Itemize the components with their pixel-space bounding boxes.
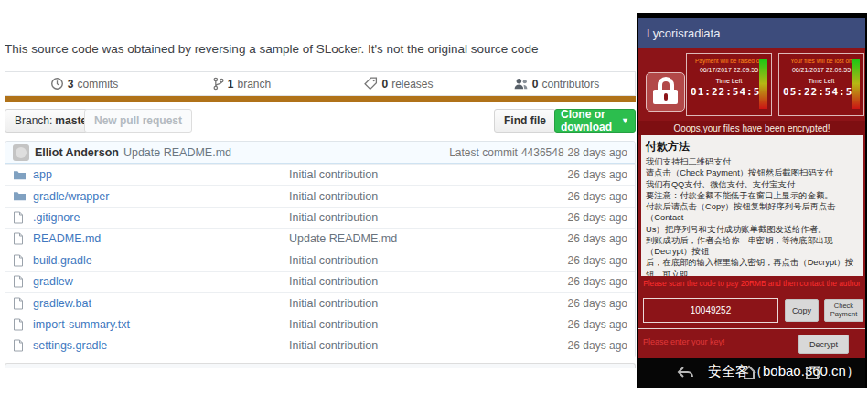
file-age: 26 days ago [518,211,627,224]
table-row: build.gradle Initial contribution 26 day… [5,250,635,271]
file-icon [13,275,33,288]
branch-icon [212,77,224,91]
payment-line: 到账成功后，作者会给你一串密钥，等待底部出现（Decrypt）按钮 [646,235,857,258]
clone-or-download-button[interactable]: Clone or download ▼ [554,109,636,133]
folder-icon [13,190,33,202]
commit-message-link[interactable]: Initial contribution [289,297,518,310]
stat-releases[interactable]: 0 releases [320,77,477,91]
commit-author[interactable]: Elliot Anderson [35,146,119,159]
key-input-field[interactable]: Please enter your key! [643,337,725,346]
commit-message-link[interactable]: Initial contribution [289,168,518,181]
file-link[interactable]: build.gradle [33,254,289,267]
file-age: 26 days ago [518,190,627,203]
ransom-note-body: 付款方法 我们支持扫二维码支付 请点击（Check Payment）按钮然后截图… [638,135,865,276]
encrypted-banner: Ooops,your files have been encrypted! [638,121,865,135]
file-icon [13,232,33,245]
folder-icon [13,169,33,181]
payment-line: 我们有QQ支付、微信支付、支付宝支付 [646,179,857,190]
files-lost-panel: Your files will be lost on 06/21/2017 22… [778,53,864,116]
file-link[interactable]: app [33,168,289,181]
stat-label: releases [391,78,433,91]
releases-icon [364,77,378,91]
commit-message-link[interactable]: Initial contribution [289,339,518,352]
new-pull-request-button[interactable]: New pull request [84,109,192,133]
repo-description: This source code was obtained by reversi… [5,42,635,56]
repo-stats-bar: 3 commits 1 branch 0 releases 0 contribu… [5,71,636,96]
table-row: settings.gradle Initial contribution 26 … [5,335,635,356]
readme-section-header [5,363,636,368]
file-link[interactable]: gradlew [33,275,289,288]
file-link[interactable]: README.md [33,232,289,245]
file-link[interactable]: gradlew.bat [33,297,289,310]
stat-commits[interactable]: 3 commits [5,77,163,91]
payment-line: Us）把序列号和支付成功账单截图发送给作者。 [646,224,857,235]
stat-label: commits [78,78,119,91]
find-file-button[interactable]: Find file [494,109,556,133]
stat-count: 3 [68,78,74,91]
commit-message-link[interactable]: Initial contribution [289,275,518,288]
file-icon [13,254,33,267]
check-payment-button[interactable]: Check Payment [824,299,863,322]
commit-message-link[interactable]: Initial contribution [289,318,518,331]
payment-line: 请点击（Check Payment）按钮然后截图扫码支付 [646,167,857,178]
stat-count: 0 [532,78,539,91]
stat-count: 0 [381,78,388,91]
file-link[interactable]: .gitignore [33,211,289,224]
file-age: 26 days ago [518,232,627,245]
file-icon [13,339,33,352]
file-age: 26 days ago [518,275,627,288]
decrypt-button[interactable]: Decrypt [798,335,849,354]
table-row: gradlew.bat Initial contribution 26 days… [5,292,635,313]
payment-line: 我们支持扫二维码支付 [646,156,857,167]
commit-message-link[interactable]: Initial contribution [289,190,518,203]
chevron-down-icon: ▼ [621,116,629,125]
payment-deadline-panel: Payment will be raised on 06/17/2017 22:… [686,53,772,116]
file-icon [13,318,33,331]
file-age: 26 days ago [518,297,627,310]
file-icon [13,297,33,310]
android-nav-bar: 安全客（bobao.360.cn） [638,358,865,388]
contributors-icon [513,77,529,91]
key-input-row: Please enter your key! Decrypt [638,328,865,358]
file-age: 26 days ago [518,339,627,352]
file-age: 26 days ago [518,254,627,267]
stat-contributors[interactable]: 0 contributors [477,77,635,91]
commit-message-link[interactable]: Update README.md [289,232,518,245]
payment-method-heading: 付款方法 [646,139,857,154]
lock-icon [646,72,685,112]
commit-message-link[interactable]: Initial contribution [289,254,518,267]
app-title-bar: Lycorisradiata [638,18,865,48]
countdown-gradient-bar [852,59,860,109]
commits-icon [50,77,64,91]
clone-label: Clone or download [561,108,617,133]
back-icon[interactable] [677,365,695,381]
table-row: README.md Update README.md 26 days ago [5,228,635,249]
commit-message-link[interactable]: Initial contribution [289,211,518,224]
file-icon [13,211,33,224]
file-link[interactable]: gradle/wrapper [33,190,289,203]
commit-message[interactable]: Update README.md [123,146,231,159]
file-age: 26 days ago [518,168,627,181]
file-browser: Elliot Anderson Update README.md Latest … [5,141,636,357]
phone-screenshot: Lycorisradiata Payment will be raised on… [637,13,867,388]
file-link[interactable]: import-summary.txt [33,318,289,331]
file-age: 26 days ago [518,318,627,331]
serial-number-field[interactable]: 10049252 [643,298,778,323]
repo-actions-row: Branch: master ▼ New pull request Find f… [5,109,636,133]
table-row: import-summary.txt Initial contribution … [5,314,635,335]
stat-branches[interactable]: 1 branch [163,77,320,91]
table-row: gradlew Initial contribution 26 days ago [5,271,635,292]
table-row: gradle/wrapper Initial contribution 26 d… [5,185,635,206]
page: This source code was obtained by reversi… [0,0,868,394]
avatar[interactable] [13,144,29,161]
payment-line: 后，在底部的输入框里输入密钥，再点击（Decrypt）按钮，可立即 [646,257,857,276]
commit-sha[interactable]: 4436548 [521,146,564,159]
stat-label: branch [237,78,271,91]
table-row: app Initial contribution 26 days ago [5,164,635,185]
branch-prefix: Branch: [15,114,52,127]
payment-controls: 10049252 Copy Check Payment Please enter… [638,291,865,358]
copy-button[interactable]: Copy [785,299,819,322]
payment-line: 要注意：付款金额不能低于在窗口上显示的金额。 [646,190,857,201]
file-link[interactable]: settings.gradle [33,339,289,352]
payment-line: 付款后请点击（Copy）按钮复制好序列号后再点击（Contact [646,201,857,224]
